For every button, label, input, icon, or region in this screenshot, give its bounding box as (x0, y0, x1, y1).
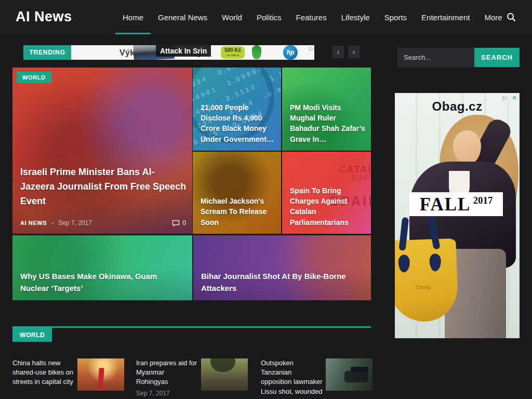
article-title[interactable]: China halts new shared-use bikes on stre… (12, 358, 74, 387)
world-section-badge[interactable]: WORLD (12, 328, 52, 342)
nav-item-politics[interactable]: Politics (249, 0, 289, 34)
article-title[interactable]: Spain To Bring Charges Against Catalan P… (290, 185, 366, 228)
hero-grid: WORLD Israeli Prime Minister Bans Al-Jaz… (12, 68, 371, 300)
article-thumbnail[interactable] (326, 358, 373, 391)
trending-ticker[interactable]: Attack In Srin (156, 45, 211, 57)
hero-tile-bihar[interactable]: Bihar Journalist Shot At By Bike-Borne A… (193, 235, 371, 300)
handbag-image (429, 254, 441, 272)
list-item-tanzania-lissu: Outspoken Tanzanian opposition lawmaker … (261, 358, 373, 396)
trending-prev-button[interactable]: ‹ (332, 46, 344, 58)
article-date: Sep 7, 2017 (58, 219, 92, 227)
article-title[interactable]: Why US Bases Make Okinawa, Guam Nuclear … (20, 271, 161, 294)
ad-controls: ▷ ✕ (501, 94, 518, 102)
adchoices-icon[interactable]: ▷ (310, 45, 314, 51)
dot-separator-icon: • (51, 220, 54, 226)
article-meta: AI NEWS • Sep 7, 2017 0 (20, 219, 186, 227)
list-item-text: Outspoken Tanzanian opposition lawmaker … (261, 358, 323, 396)
sidebar-display-ad[interactable]: ▷ ✕ Obag.cz FALL 2017 Obag (395, 93, 520, 338)
price-badge: 500 Kč na nákup (221, 46, 245, 59)
bag-brand-label: Obag (395, 283, 458, 291)
article-title[interactable]: Michael Jackson's Scream To Release Soon (201, 196, 276, 228)
bottle-image (252, 46, 261, 59)
trending-next-button[interactable]: › (348, 46, 360, 58)
site-logo[interactable]: AI News (16, 9, 72, 25)
handbag-image (398, 255, 410, 273)
trending-controls: ‹ › (332, 46, 360, 58)
article-title[interactable]: PM Modi Visits Mughal Ruler Bahadur Shah… (290, 102, 366, 144)
adchoices-icon[interactable]: ▷ (501, 94, 509, 102)
comment-number: 0 (182, 219, 186, 227)
list-item-iran-rohingya: Iran prepares aid for Myanmar Rohingyas … (136, 358, 249, 397)
trending-bar: TRENDING Výkonný, spolehlivý Attack In S… (23, 45, 314, 60)
price-note: na nákup (221, 54, 245, 57)
article-title[interactable]: Bihar Journalist Shot At By Bike-Borne A… (201, 271, 366, 294)
article-date: Sep 7, 2017 (136, 390, 198, 397)
nav-item-entertainment[interactable]: Entertainment (414, 0, 477, 34)
nav-item-world[interactable]: World (215, 0, 249, 34)
list-item-china-bikes: China halts new shared-use bikes on stre… (12, 358, 126, 391)
article-title[interactable]: 21,000 People Disclose Rs 4,900 Crore Bl… (201, 102, 276, 144)
nav-item-more[interactable]: More (477, 0, 509, 34)
price-value: 500 Kč (221, 47, 245, 54)
hero-tile-black-money[interactable]: 0.00034 0.01300 -2.34001 1.09884 -3.455 … (193, 68, 281, 151)
article-title[interactable]: Outspoken Tanzanian opposition lawmaker … (261, 358, 323, 396)
hero-main-article[interactable]: WORLD Israeli Prime Minister Bans Al-Jaz… (12, 68, 192, 234)
year-text: 2017 (473, 195, 493, 206)
article-title[interactable]: Israeli Prime Minister Bans Al-Jazeera J… (20, 165, 187, 209)
comment-count[interactable]: 0 (172, 219, 186, 227)
article-title[interactable]: Iran prepares aid for Myanmar Rohingyas (136, 358, 198, 387)
section-divider (12, 326, 371, 328)
main-nav: Home General News World Politics Feature… (115, 0, 510, 34)
hero-tile-spain[interactable]: CATALONIA BARCELONA SPAIN Spain To Bring… (282, 152, 371, 234)
search-icon[interactable] (506, 12, 516, 22)
ad-season-banner: FALL 2017 (409, 192, 503, 216)
page: AI News Home General News World Politics… (0, 0, 532, 399)
season-text: FALL (420, 195, 471, 214)
hero-tile-michael-jackson[interactable]: Michael Jackson's Scream To Release Soon (193, 152, 281, 234)
handbag-image (399, 217, 409, 251)
category-badge[interactable]: WORLD (17, 72, 51, 83)
trending-badge: TRENDING (23, 45, 71, 60)
nav-item-general-news[interactable]: General News (151, 0, 215, 34)
list-item-text: China halts new shared-use bikes on stre… (12, 358, 74, 391)
nav-item-home[interactable]: Home (115, 0, 151, 34)
search-button[interactable]: SEARCH (474, 48, 520, 67)
search-input[interactable] (397, 48, 474, 67)
hero-tile-modi[interactable]: PM Modi Visits Mughal Ruler Bahadur Shah… (282, 68, 371, 151)
article-thumbnail[interactable] (77, 358, 124, 391)
trending-banner-ad[interactable]: Výkonný, spolehlivý Attack In Srin 500 K… (71, 45, 314, 60)
nav-item-lifestyle[interactable]: Lifestyle (334, 0, 377, 34)
article-author[interactable]: AI NEWS (20, 220, 47, 226)
list-item-text: Iran prepares aid for Myanmar Rohingyas … (136, 358, 198, 397)
hero-tile-okinawa[interactable]: Why US Bases Make Okinawa, Guam Nuclear … (12, 235, 192, 300)
handbag-image: Obag (395, 238, 459, 323)
close-icon[interactable]: ✕ (510, 94, 518, 102)
nav-item-features[interactable]: Features (288, 0, 334, 34)
map-label: BARCELONA (352, 174, 371, 182)
comment-icon (172, 220, 180, 227)
site-header: AI News Home General News World Politics… (0, 0, 532, 34)
article-thumbnail[interactable] (201, 358, 248, 391)
hp-logo: hp (283, 45, 298, 60)
search-module: SEARCH (397, 48, 520, 67)
nav-item-sports[interactable]: Sports (377, 0, 414, 34)
